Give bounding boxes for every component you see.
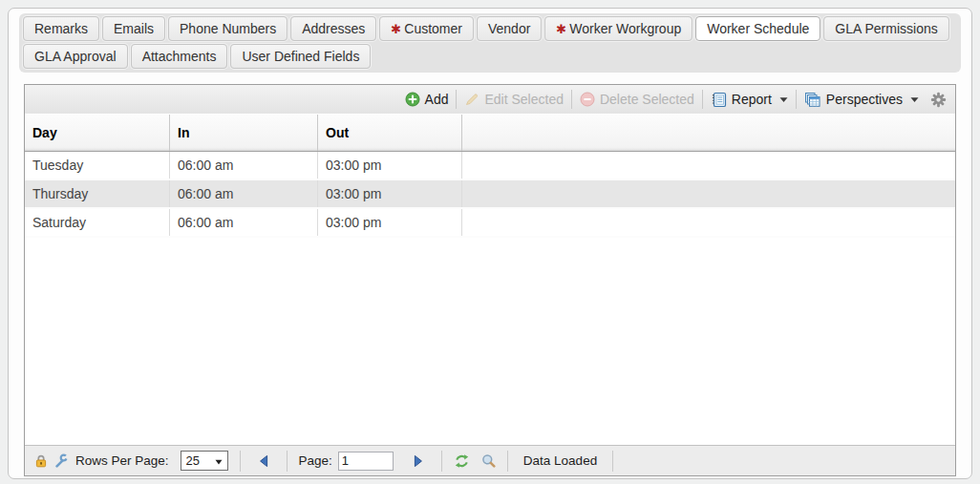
required-marker-icon: ✱	[391, 23, 401, 35]
cell-out: 03:00 pm	[318, 180, 462, 207]
cell-spacer	[462, 180, 955, 207]
toolbar-divider	[456, 90, 457, 109]
chevron-down-icon	[779, 96, 788, 103]
perspectives-icon	[804, 92, 821, 108]
table-empty-area	[25, 238, 955, 445]
footer-divider	[441, 451, 442, 472]
column-header-spacer	[462, 115, 955, 151]
search-icon[interactable]	[481, 453, 496, 468]
toolbar-divider	[796, 90, 797, 109]
tab-gla-permissions[interactable]: GLA Permissions	[823, 16, 948, 41]
wrench-icon[interactable]	[53, 453, 68, 468]
delete-selected-label: Delete Selected	[600, 92, 694, 107]
tab-user-defined-fields[interactable]: User Defined Fields	[230, 44, 371, 69]
tab-row-1: Remarks Emails Phone Numbers Addresses ✱…	[23, 16, 957, 41]
cell-day: Tuesday	[25, 152, 170, 179]
perspectives-label: Perspectives	[826, 92, 903, 107]
next-page-button[interactable]	[413, 454, 424, 468]
tab-label: User Defined Fields	[242, 49, 359, 64]
page-label: Page:	[299, 453, 332, 468]
tab-vendor[interactable]: Vendor	[477, 16, 542, 41]
cell-day: Thursday	[25, 180, 170, 207]
required-marker-icon: ✱	[556, 23, 566, 35]
table-row[interactable]: Tuesday 06:00 am 03:00 pm	[25, 152, 955, 180]
tab-gla-approval[interactable]: GLA Approval	[23, 44, 128, 69]
cell-day: Saturday	[25, 209, 170, 236]
status-text: Data Loaded	[523, 453, 597, 468]
gear-icon[interactable]	[930, 92, 947, 108]
table-header-row: Day In Out	[25, 114, 955, 152]
tab-worker-workgroup[interactable]: ✱ Worker Workgroup	[544, 16, 692, 41]
pencil-icon	[464, 92, 479, 107]
lock-icon[interactable]	[34, 453, 48, 468]
footer-divider	[612, 451, 613, 472]
refresh-icon[interactable]	[454, 453, 470, 469]
tab-emails[interactable]: Emails	[102, 16, 165, 41]
previous-page-button[interactable]	[258, 454, 269, 468]
worker-detail-panel: Remarks Emails Phone Numbers Addresses ✱…	[8, 8, 972, 479]
tab-customer[interactable]: ✱ Customer	[379, 16, 474, 41]
cell-out: 03:00 pm	[318, 152, 462, 179]
column-header-in[interactable]: In	[170, 115, 318, 151]
cell-in: 06:00 am	[170, 152, 318, 179]
column-header-day[interactable]: Day	[25, 115, 170, 151]
tab-label: Vendor	[488, 21, 530, 36]
report-label: Report	[732, 92, 772, 107]
tab-label: GLA Approval	[34, 49, 117, 64]
tab-phone-numbers[interactable]: Phone Numbers	[168, 16, 288, 41]
tab-label: Phone Numbers	[180, 21, 276, 36]
add-label: Add	[425, 92, 449, 107]
table-row[interactable]: Thursday 06:00 am 03:00 pm	[25, 180, 955, 209]
edit-selected-label: Edit Selected	[484, 92, 564, 107]
tab-label: Attachments	[142, 49, 217, 64]
delete-selected-button[interactable]: Delete Selected	[580, 92, 694, 107]
table-row[interactable]: Saturday 06:00 am 03:00 pm	[25, 209, 955, 238]
tab-label: Addresses	[302, 21, 365, 36]
column-header-out[interactable]: Out	[318, 115, 462, 151]
grid-footer: Rows Per Page: 25 Page:	[25, 445, 955, 475]
chevron-down-icon	[215, 453, 223, 468]
tab-remarks[interactable]: Remarks	[23, 16, 99, 41]
cell-out: 03:00 pm	[318, 209, 462, 236]
grid-toolbar: Add Edit Selected Delet	[25, 85, 955, 114]
rows-per-page-select[interactable]: 25	[181, 451, 228, 471]
tab-label: Remarks	[34, 21, 88, 36]
toolbar-divider	[702, 90, 703, 109]
tab-addresses[interactable]: Addresses	[290, 16, 376, 41]
footer-divider	[240, 451, 241, 472]
tab-worker-schedule[interactable]: Worker Schedule	[695, 16, 820, 41]
add-button[interactable]: Add	[405, 92, 449, 107]
rows-per-page-value: 25	[186, 453, 200, 468]
delete-icon	[580, 92, 595, 107]
worker-schedule-grid: Add Edit Selected Delet	[24, 84, 956, 476]
tab-row-2: GLA Approval Attachments User Defined Fi…	[23, 44, 957, 69]
report-icon	[711, 92, 727, 108]
cell-spacer	[462, 209, 955, 236]
edit-selected-button[interactable]: Edit Selected	[464, 92, 564, 107]
tab-label: Worker Schedule	[707, 21, 809, 36]
cell-in: 06:00 am	[170, 180, 318, 207]
tab-label: Customer	[404, 21, 462, 36]
add-icon	[405, 92, 420, 107]
rows-per-page-label: Rows Per Page:	[75, 453, 169, 468]
perspectives-button[interactable]: Perspectives	[804, 92, 919, 108]
footer-divider	[287, 451, 288, 472]
tab-strip: Remarks Emails Phone Numbers Addresses ✱…	[19, 13, 961, 73]
cell-spacer	[462, 152, 955, 179]
tab-label: Worker Workgroup	[569, 21, 681, 36]
report-button[interactable]: Report	[711, 92, 788, 108]
toolbar-divider	[571, 90, 572, 109]
chevron-down-icon	[910, 96, 919, 103]
tab-label: Emails	[114, 21, 154, 36]
footer-divider	[507, 451, 508, 472]
cell-in: 06:00 am	[170, 209, 318, 236]
tab-label: GLA Permissions	[835, 21, 937, 36]
page-input[interactable]	[338, 452, 394, 471]
tab-attachments[interactable]: Attachments	[131, 44, 228, 69]
